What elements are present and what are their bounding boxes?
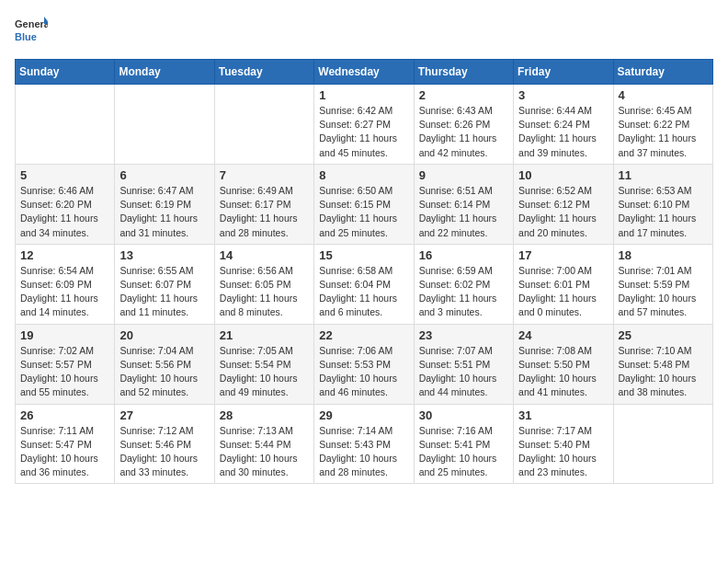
- day-number: 7: [220, 168, 309, 182]
- day-number: 3: [518, 88, 608, 102]
- day-number: 22: [319, 328, 408, 342]
- day-info: Sunrise: 6:43 AM Sunset: 6:26 PM Dayligh…: [419, 104, 508, 160]
- day-cell: 29Sunrise: 7:14 AM Sunset: 5:43 PM Dayli…: [314, 404, 414, 484]
- day-cell: 30Sunrise: 7:16 AM Sunset: 5:41 PM Dayli…: [414, 404, 513, 484]
- day-cell: 15Sunrise: 6:58 AM Sunset: 6:04 PM Dayli…: [314, 244, 414, 324]
- weekday-header-friday: Friday: [514, 60, 613, 85]
- day-number: 21: [220, 328, 309, 342]
- svg-text:General: General: [15, 18, 48, 29]
- day-cell: 11Sunrise: 6:53 AM Sunset: 6:10 PM Dayli…: [613, 164, 712, 244]
- calendar-body: 1Sunrise: 6:42 AM Sunset: 6:27 PM Daylig…: [16, 85, 713, 484]
- day-info: Sunrise: 6:58 AM Sunset: 6:04 PM Dayligh…: [319, 264, 408, 320]
- day-cell: 21Sunrise: 7:05 AM Sunset: 5:54 PM Dayli…: [214, 324, 313, 404]
- day-number: 20: [119, 328, 209, 342]
- day-cell: 24Sunrise: 7:08 AM Sunset: 5:50 PM Dayli…: [514, 324, 613, 404]
- week-row-1: 1Sunrise: 6:42 AM Sunset: 6:27 PM Daylig…: [16, 85, 713, 165]
- day-info: Sunrise: 6:49 AM Sunset: 6:17 PM Dayligh…: [220, 184, 309, 240]
- day-cell: 14Sunrise: 6:56 AM Sunset: 6:05 PM Dayli…: [214, 244, 313, 324]
- day-info: Sunrise: 6:47 AM Sunset: 6:19 PM Dayligh…: [119, 184, 209, 240]
- day-number: 14: [220, 248, 309, 262]
- day-info: Sunrise: 7:14 AM Sunset: 5:43 PM Dayligh…: [319, 424, 408, 480]
- day-cell: [115, 85, 214, 165]
- day-info: Sunrise: 6:42 AM Sunset: 6:27 PM Dayligh…: [319, 104, 408, 160]
- day-number: 6: [119, 168, 209, 182]
- day-number: 16: [419, 248, 508, 262]
- day-cell: 2Sunrise: 6:43 AM Sunset: 6:26 PM Daylig…: [414, 85, 513, 165]
- day-cell: 25Sunrise: 7:10 AM Sunset: 5:48 PM Dayli…: [613, 324, 712, 404]
- day-number: 17: [518, 248, 608, 262]
- day-info: Sunrise: 7:11 AM Sunset: 5:47 PM Dayligh…: [20, 424, 109, 480]
- day-cell: 26Sunrise: 7:11 AM Sunset: 5:47 PM Dayli…: [16, 404, 115, 484]
- day-number: 9: [419, 168, 508, 182]
- day-cell: 12Sunrise: 6:54 AM Sunset: 6:09 PM Dayli…: [16, 244, 115, 324]
- weekday-header-row: SundayMondayTuesdayWednesdayThursdayFrid…: [16, 60, 713, 85]
- day-cell: 5Sunrise: 6:46 AM Sunset: 6:20 PM Daylig…: [16, 164, 115, 244]
- day-info: Sunrise: 6:50 AM Sunset: 6:15 PM Dayligh…: [319, 184, 408, 240]
- day-cell: [613, 404, 712, 484]
- day-info: Sunrise: 7:02 AM Sunset: 5:57 PM Dayligh…: [20, 344, 109, 400]
- day-cell: 6Sunrise: 6:47 AM Sunset: 6:19 PM Daylig…: [115, 164, 214, 244]
- day-cell: 28Sunrise: 7:13 AM Sunset: 5:44 PM Dayli…: [214, 404, 313, 484]
- day-cell: 31Sunrise: 7:17 AM Sunset: 5:40 PM Dayli…: [514, 404, 613, 484]
- day-cell: 27Sunrise: 7:12 AM Sunset: 5:46 PM Dayli…: [115, 404, 214, 484]
- weekday-header-saturday: Saturday: [613, 60, 712, 85]
- logo: General Blue: [15, 15, 48, 48]
- day-cell: 19Sunrise: 7:02 AM Sunset: 5:57 PM Dayli…: [16, 324, 115, 404]
- day-cell: 3Sunrise: 6:44 AM Sunset: 6:24 PM Daylig…: [514, 85, 613, 165]
- day-number: 11: [619, 168, 708, 182]
- day-number: 27: [119, 408, 209, 422]
- day-info: Sunrise: 7:12 AM Sunset: 5:46 PM Dayligh…: [119, 424, 209, 480]
- day-number: 19: [20, 328, 109, 342]
- day-number: 30: [419, 408, 508, 422]
- day-info: Sunrise: 6:59 AM Sunset: 6:02 PM Dayligh…: [419, 264, 508, 320]
- day-number: 1: [319, 88, 408, 102]
- day-cell: 16Sunrise: 6:59 AM Sunset: 6:02 PM Dayli…: [414, 244, 513, 324]
- day-number: 28: [220, 408, 309, 422]
- day-number: 2: [419, 88, 508, 102]
- day-cell: [16, 85, 115, 165]
- day-number: 18: [619, 248, 708, 262]
- weekday-header-thursday: Thursday: [414, 60, 513, 85]
- day-cell: 18Sunrise: 7:01 AM Sunset: 5:59 PM Dayli…: [613, 244, 712, 324]
- day-info: Sunrise: 6:55 AM Sunset: 6:07 PM Dayligh…: [119, 264, 209, 320]
- day-cell: 9Sunrise: 6:51 AM Sunset: 6:14 PM Daylig…: [414, 164, 513, 244]
- day-info: Sunrise: 7:01 AM Sunset: 5:59 PM Dayligh…: [619, 264, 708, 320]
- weekday-header-wednesday: Wednesday: [314, 60, 414, 85]
- weekday-header-tuesday: Tuesday: [214, 60, 313, 85]
- day-info: Sunrise: 7:05 AM Sunset: 5:54 PM Dayligh…: [220, 344, 309, 400]
- day-info: Sunrise: 6:44 AM Sunset: 6:24 PM Dayligh…: [518, 104, 608, 160]
- svg-text:Blue: Blue: [15, 31, 37, 42]
- day-cell: 23Sunrise: 7:07 AM Sunset: 5:51 PM Dayli…: [414, 324, 513, 404]
- day-cell: 13Sunrise: 6:55 AM Sunset: 6:07 PM Dayli…: [115, 244, 214, 324]
- day-info: Sunrise: 7:07 AM Sunset: 5:51 PM Dayligh…: [419, 344, 508, 400]
- day-number: 4: [619, 88, 708, 102]
- day-number: 23: [419, 328, 508, 342]
- day-info: Sunrise: 7:17 AM Sunset: 5:40 PM Dayligh…: [518, 424, 608, 480]
- day-cell: [214, 85, 313, 165]
- day-number: 10: [518, 168, 608, 182]
- day-number: 8: [319, 168, 408, 182]
- day-number: 29: [319, 408, 408, 422]
- day-cell: 10Sunrise: 6:52 AM Sunset: 6:12 PM Dayli…: [514, 164, 613, 244]
- day-number: 31: [518, 408, 608, 422]
- day-cell: 4Sunrise: 6:45 AM Sunset: 6:22 PM Daylig…: [613, 85, 712, 165]
- day-number: 24: [518, 328, 608, 342]
- day-info: Sunrise: 6:52 AM Sunset: 6:12 PM Dayligh…: [518, 184, 608, 240]
- weekday-header-sunday: Sunday: [16, 60, 115, 85]
- day-cell: 17Sunrise: 7:00 AM Sunset: 6:01 PM Dayli…: [514, 244, 613, 324]
- day-cell: 20Sunrise: 7:04 AM Sunset: 5:56 PM Dayli…: [115, 324, 214, 404]
- day-number: 5: [20, 168, 109, 182]
- calendar-table: SundayMondayTuesdayWednesdayThursdayFrid…: [15, 59, 713, 484]
- day-cell: 8Sunrise: 6:50 AM Sunset: 6:15 PM Daylig…: [314, 164, 414, 244]
- day-info: Sunrise: 6:53 AM Sunset: 6:10 PM Dayligh…: [619, 184, 708, 240]
- week-row-3: 12Sunrise: 6:54 AM Sunset: 6:09 PM Dayli…: [16, 244, 713, 324]
- day-number: 13: [119, 248, 209, 262]
- day-info: Sunrise: 7:16 AM Sunset: 5:41 PM Dayligh…: [419, 424, 508, 480]
- day-info: Sunrise: 6:46 AM Sunset: 6:20 PM Dayligh…: [20, 184, 109, 240]
- week-row-2: 5Sunrise: 6:46 AM Sunset: 6:20 PM Daylig…: [16, 164, 713, 244]
- day-cell: 1Sunrise: 6:42 AM Sunset: 6:27 PM Daylig…: [314, 85, 414, 165]
- logo-svg: General Blue: [15, 15, 48, 48]
- day-cell: 22Sunrise: 7:06 AM Sunset: 5:53 PM Dayli…: [314, 324, 414, 404]
- day-number: 12: [20, 248, 109, 262]
- day-number: 25: [619, 328, 708, 342]
